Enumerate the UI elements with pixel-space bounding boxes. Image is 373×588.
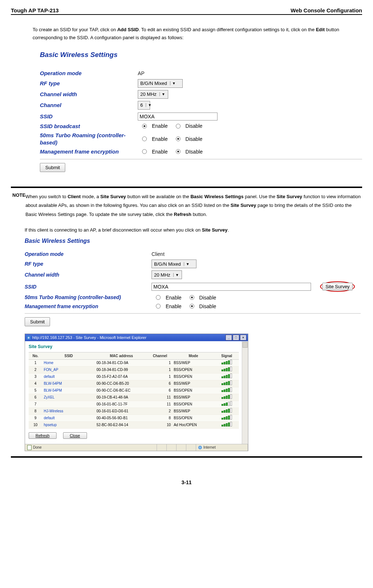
- input-ssid[interactable]: MOXA: [138, 113, 217, 121]
- table-row[interactable]: 8HJ-Wireless00-16-01-ED-D0-612BSS/WEP: [29, 408, 239, 415]
- cell-ssid[interactable]: default: [42, 415, 95, 421]
- cell-channel: 10: [148, 421, 172, 428]
- col-channel: Channel: [148, 352, 172, 359]
- col-ssid: SSID: [42, 352, 95, 359]
- table-row[interactable]: 2FON_AP00-18-34-81-CD-991BSS/OPEN: [29, 366, 239, 373]
- cell-mode: BSS/WEP: [172, 359, 215, 366]
- cell-signal: [215, 380, 239, 387]
- cell-signal: [215, 421, 239, 428]
- select-rf-type[interactable]: B/G/N Mixed▼: [138, 79, 183, 88]
- cell-signal: [215, 373, 239, 380]
- value-operation-mode: Client: [152, 251, 165, 257]
- basic-wireless-settings-ap: Basic Wireless Settings Operation mode A…: [40, 51, 362, 172]
- cell-ssid[interactable]: ZyXEL: [42, 394, 95, 401]
- cell-no: 5: [29, 387, 42, 394]
- table-row[interactable]: 1Home00-18-34-81-CD-9A1BSS/WEP: [29, 359, 239, 366]
- signal-icon: [221, 375, 232, 378]
- cell-channel: 1: [148, 373, 172, 380]
- cell-mac: 52-BC-90-E2-84-14: [95, 421, 148, 428]
- table-row[interactable]: 5BLW-54PM00-90-CC-D6-BC-EC6BSS/OPEN: [29, 387, 239, 394]
- refresh-button[interactable]: Refresh: [29, 432, 57, 439]
- close-button[interactable]: ×: [240, 335, 246, 340]
- chevron-down-icon: ▼: [146, 103, 152, 107]
- cell-ssid[interactable]: [42, 401, 95, 408]
- done-icon: [27, 445, 32, 450]
- note-label: NOTE: [12, 192, 25, 219]
- cell-ssid[interactable]: HJ-Wireless: [42, 408, 95, 415]
- cell-mac: 00-40-05-56-9D-B1: [95, 415, 148, 421]
- cell-ssid[interactable]: Home: [42, 359, 95, 366]
- signal-icon: [221, 388, 232, 392]
- site-survey-table: No. SSID MAC address Channel Mode Signal…: [29, 352, 239, 429]
- select-channel-width[interactable]: 20 MHz▼: [152, 270, 182, 279]
- radio-disable[interactable]: [176, 124, 181, 128]
- header-right: Web Console Configuration: [291, 7, 362, 13]
- globe-icon: [198, 446, 202, 449]
- radio-enable[interactable]: [142, 124, 147, 128]
- chevron-down-icon: ▼: [170, 81, 176, 85]
- cell-no: 10: [29, 421, 42, 428]
- cell-mac: 00-90-CC-D6-BC-EC: [95, 387, 148, 394]
- radio-enable[interactable]: [156, 304, 161, 309]
- cell-signal: [215, 366, 239, 373]
- panel-title: Basic Wireless Settings: [25, 238, 361, 244]
- table-row[interactable]: 700-16-01-8C-11-7F11BSS/OPEN: [29, 401, 239, 408]
- cell-channel: 8: [148, 415, 172, 421]
- radio-turbo-roaming: Enable Disable: [152, 295, 216, 301]
- table-row[interactable]: 9default00-40-05-56-9D-B18BSS/OPEN: [29, 415, 239, 421]
- table-row[interactable]: 10hpsetup52-BC-90-E2-84-1410Ad Hoc/OPEN: [29, 421, 239, 428]
- select-rf-type[interactable]: B/G/N Mixed▼: [152, 260, 196, 268]
- radio-enable[interactable]: [142, 136, 147, 141]
- note-subtext: If this client is connecting to an AP, a…: [25, 226, 361, 234]
- cell-channel: 11: [148, 401, 172, 408]
- cell-mode: BSS/OPEN: [172, 401, 215, 408]
- cell-ssid[interactable]: hpsetup: [42, 421, 95, 428]
- page-header: Tough AP TAP-213 Web Console Configurati…: [11, 7, 362, 15]
- cell-ssid[interactable]: BLW-54PM: [42, 387, 95, 394]
- submit-button[interactable]: Submit: [40, 163, 65, 172]
- cell-channel: 2: [148, 408, 172, 415]
- note-box: NOTE When you switch to Client mode, a S…: [11, 187, 362, 458]
- radio-enable[interactable]: [142, 149, 147, 154]
- site-survey-button[interactable]: Site Survey: [322, 283, 353, 290]
- cell-mac: 00-90-CC-D6-B5-20: [95, 380, 148, 387]
- signal-icon: [221, 381, 232, 385]
- scrollbar[interactable]: [242, 341, 248, 444]
- cell-signal: [215, 408, 239, 415]
- maximize-button[interactable]: □: [233, 335, 239, 340]
- status-done: Done: [33, 445, 42, 449]
- radio-ssid-broadcast: Enable Disable: [138, 123, 202, 129]
- label-ssid: SSID: [25, 283, 152, 290]
- table-row[interactable]: 4BLW-54PM00-90-CC-D6-B5-206BSS/WEP: [29, 380, 239, 387]
- cell-mac: 00-16-01-8C-11-7F: [95, 401, 148, 408]
- divider: [25, 313, 361, 314]
- cell-no: 4: [29, 380, 42, 387]
- status-internet: Internet: [203, 445, 216, 449]
- input-ssid[interactable]: MOXA: [152, 283, 311, 291]
- label-mgmt-frame-enc: Management frame encryption: [25, 303, 152, 310]
- select-channel-width[interactable]: 20 MHz▼: [138, 90, 168, 99]
- radio-disable[interactable]: [190, 295, 194, 300]
- minimize-button[interactable]: _: [225, 335, 232, 340]
- cell-channel: 11: [148, 394, 172, 401]
- panel-title: Basic Wireless Settings: [40, 51, 362, 59]
- select-channel[interactable]: 6▼: [138, 101, 150, 110]
- cell-ssid[interactable]: default: [42, 373, 95, 380]
- signal-icon: [221, 368, 232, 371]
- table-row[interactable]: 6ZyXEL00-19-CB-41-48-9A11BSS/WEP: [29, 394, 239, 401]
- cell-mode: BSS/WEP: [172, 394, 215, 401]
- table-row[interactable]: 3default00-15-F2-A2-07-6A1BSS/OPEN: [29, 373, 239, 380]
- col-mode: Mode: [172, 352, 215, 359]
- cell-ssid[interactable]: FON_AP: [42, 366, 95, 373]
- label-operation-mode: Operation mode: [25, 251, 152, 257]
- status-bar: Done Internet: [25, 444, 248, 451]
- radio-disable[interactable]: [176, 149, 181, 154]
- radio-turbo-roaming: Enable Disable: [138, 136, 202, 142]
- close-button[interactable]: Close: [63, 432, 87, 439]
- radio-enable[interactable]: [156, 295, 161, 300]
- cell-ssid[interactable]: BLW-54PM: [42, 380, 95, 387]
- intro-paragraph: To create an SSID for your TAP, click on…: [33, 26, 348, 42]
- radio-disable[interactable]: [190, 304, 194, 309]
- radio-disable[interactable]: [176, 136, 181, 141]
- submit-button[interactable]: Submit: [25, 317, 50, 326]
